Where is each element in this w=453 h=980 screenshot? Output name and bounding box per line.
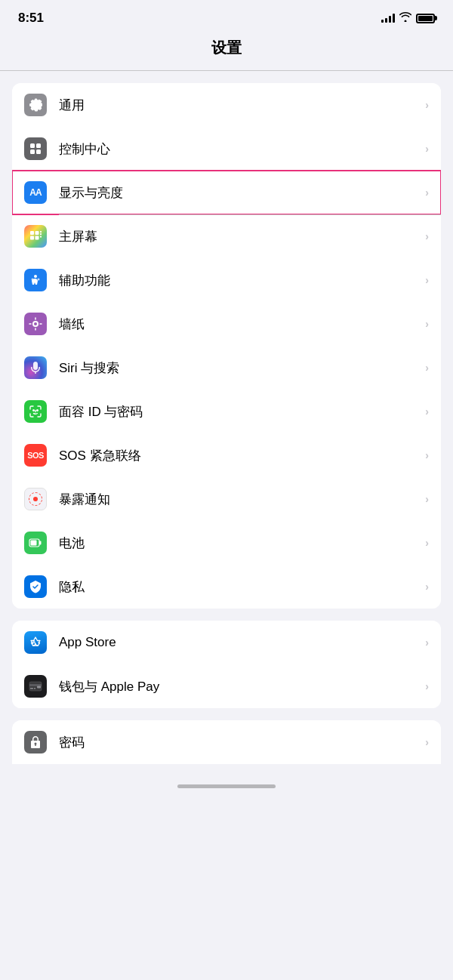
appstore-chevron: › — [425, 636, 429, 649]
svg-rect-22 — [39, 541, 42, 545]
svg-point-12 — [34, 275, 37, 278]
general-icon — [24, 94, 47, 116]
svg-point-14 — [38, 279, 40, 281]
homescreen-icon — [24, 225, 47, 248]
general-chevron: › — [425, 99, 429, 111]
wallet-chevron: › — [425, 680, 429, 692]
exposure-label: 暴露通知 — [59, 491, 425, 508]
settings-item-battery[interactable]: 电池 › — [12, 521, 441, 565]
general-label: 通用 — [59, 97, 425, 114]
svg-rect-10 — [40, 233, 42, 235]
display-chevron: › — [425, 186, 429, 199]
settings-item-general[interactable]: 通用 › — [12, 83, 441, 127]
wifi-icon — [399, 12, 411, 24]
svg-rect-5 — [30, 231, 34, 235]
settings-item-wallet[interactable]: 钱包与 Apple Pay › — [12, 664, 441, 708]
page-title: 设置 — [0, 32, 453, 70]
siri-icon — [24, 356, 47, 379]
svg-rect-6 — [35, 231, 39, 235]
svg-point-16 — [34, 322, 37, 325]
svg-rect-30 — [35, 744, 36, 746]
exposure-icon — [24, 488, 47, 510]
exposure-chevron: › — [425, 493, 429, 505]
svg-rect-17 — [35, 371, 36, 374]
appstore-icon: A — [24, 631, 47, 654]
settings-item-siri[interactable]: Siri 与搜索 › — [12, 346, 441, 390]
settings-item-accessibility[interactable]: 辅助功能 › — [12, 258, 441, 302]
svg-point-19 — [37, 410, 39, 411]
battery-icon — [416, 14, 435, 23]
status-time: 8:51 — [18, 11, 44, 26]
settings-item-appstore[interactable]: A App Store › — [12, 621, 441, 664]
svg-rect-11 — [40, 236, 42, 238]
password-icon — [24, 731, 47, 753]
svg-rect-3 — [30, 149, 35, 154]
accessibility-icon — [24, 269, 47, 291]
control-label: 控制中心 — [59, 140, 425, 158]
status-bar: 8:51 — [0, 0, 453, 32]
settings-item-display[interactable]: AA 显示与亮度 › — [12, 171, 441, 214]
wallpaper-chevron: › — [425, 318, 429, 330]
battery-settings-icon — [24, 532, 47, 554]
sos-icon: SOS — [24, 444, 47, 467]
svg-rect-26 — [37, 686, 41, 689]
svg-point-13 — [32, 279, 34, 281]
control-chevron: › — [425, 143, 429, 155]
exposure-dot — [29, 492, 42, 506]
settings-section-1: 通用 › 控制中心 › AA 显示与亮度 › — [12, 83, 441, 609]
siri-chevron: › — [425, 362, 429, 374]
svg-rect-7 — [30, 236, 34, 240]
svg-rect-28 — [34, 688, 35, 689]
homescreen-label: 主屏幕 — [59, 228, 425, 245]
privacy-label: 隐私 — [59, 578, 425, 596]
sos-chevron: › — [425, 449, 429, 461]
password-chevron: › — [425, 736, 429, 748]
display-icon: AA — [24, 181, 47, 204]
wallet-icon — [24, 675, 47, 698]
password-label: 密码 — [59, 734, 425, 751]
settings-item-exposure[interactable]: 暴露通知 › — [12, 477, 441, 521]
settings-section-2: A App Store › 钱包与 Apple Pay › — [12, 621, 441, 708]
faceid-chevron: › — [425, 405, 429, 418]
privacy-chevron: › — [425, 581, 429, 593]
settings-item-faceid[interactable]: 面容 ID 与密码 › — [12, 390, 441, 433]
home-indicator — [177, 784, 276, 788]
status-icons — [381, 12, 435, 24]
svg-rect-27 — [30, 688, 33, 689]
faceid-icon — [24, 400, 47, 423]
settings-item-control[interactable]: 控制中心 › — [12, 127, 441, 171]
svg-rect-9 — [40, 231, 42, 233]
wallpaper-icon — [24, 313, 47, 335]
settings-item-wallpaper[interactable]: 墙纸 › — [12, 302, 441, 346]
homescreen-chevron: › — [425, 230, 429, 242]
settings-item-password[interactable]: 密码 › — [12, 720, 441, 764]
settings-section-3: 密码 › — [12, 720, 441, 764]
svg-point-18 — [33, 410, 35, 411]
settings-item-sos[interactable]: SOS SOS 紧急联络 › — [12, 433, 441, 477]
svg-rect-8 — [35, 236, 39, 240]
sos-text-label: SOS — [27, 451, 44, 460]
display-label: 显示与亮度 — [59, 184, 425, 202]
svg-text:A: A — [32, 639, 36, 645]
accessibility-label: 辅助功能 — [59, 272, 425, 289]
svg-rect-4 — [36, 149, 41, 154]
svg-rect-21 — [31, 541, 37, 546]
wallpaper-label: 墙纸 — [59, 316, 425, 333]
settings-item-privacy[interactable]: 隐私 › — [12, 565, 441, 609]
siri-label: Siri 与搜索 — [59, 359, 425, 377]
svg-rect-2 — [36, 143, 41, 148]
sos-label: SOS 紧急联络 — [59, 447, 425, 464]
accessibility-chevron: › — [425, 274, 429, 286]
appstore-label: App Store — [59, 635, 425, 650]
battery-label: 电池 — [59, 535, 425, 552]
signal-icon — [381, 14, 395, 23]
privacy-icon — [24, 575, 47, 598]
svg-rect-1 — [30, 143, 35, 148]
settings-item-homescreen[interactable]: 主屏幕 › — [12, 214, 441, 258]
battery-chevron: › — [425, 537, 429, 549]
wallet-label: 钱包与 Apple Pay — [59, 678, 425, 695]
faceid-label: 面容 ID 与密码 — [59, 403, 425, 421]
control-icon — [24, 137, 47, 160]
